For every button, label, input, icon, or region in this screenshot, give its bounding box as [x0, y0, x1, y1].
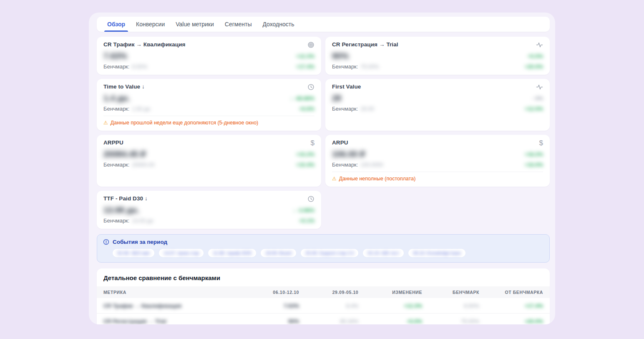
benchmark-value: 25.00: [360, 106, 374, 112]
metric-value: 1.4 дн.: [103, 94, 130, 103]
metric-value-row: 13.98 дн. ↓ -3.98%: [103, 205, 314, 215]
event-chip[interactable]: 09.10: Knowledge base: [408, 249, 465, 257]
tab-label: Конверсии: [136, 21, 165, 28]
metric-type-icon: $: [536, 83, 543, 91]
event-chip[interactable]: 18.09: Board: [261, 249, 296, 257]
table-row: CR Регистрация → Trial 90% 85.34% +5.5% …: [97, 314, 550, 324]
metric-card: ARPU $: [325, 135, 550, 187]
cell-previous: 85.34%: [299, 318, 358, 324]
dollar-icon: $: [539, 139, 543, 147]
event-chips: 02.06: SEO кмп 14.07: пром стар 11.08: т…: [113, 249, 543, 257]
metric-value-row: 7.63% +12.3%: [103, 51, 314, 61]
benchmark-value: 75.00%: [360, 63, 379, 70]
col-change: ИЗМЕНЕНИЕ: [358, 290, 422, 295]
benchmark-label: Бенчмарк:: [332, 63, 358, 70]
tab[interactable]: Обзор: [102, 17, 131, 32]
event-chip[interactable]: 02.06: SEO кмп: [113, 249, 154, 257]
metric-change: - 0%: [532, 95, 543, 101]
events-title: События за период: [113, 239, 167, 245]
metric-value-row: 106.00 ₽ +18.2%: [332, 149, 543, 159]
warning-note: ⚠ Данные неполные (постоплата): [332, 172, 543, 182]
benchmark-row: Бенчмарк: 6.50% +17.4%: [103, 63, 314, 70]
metric-value: 106.00 ₽: [332, 149, 365, 159]
metric-title: First Value: [332, 83, 361, 90]
benchmark-comparison-card: Детальное сравнение с бенчмарками МЕТРИК…: [97, 268, 550, 324]
benchmark-value: 20000.00: [132, 162, 154, 168]
tab[interactable]: Value метрики: [170, 17, 219, 32]
tab[interactable]: Конверсии: [131, 17, 170, 32]
metric-card: First Value $: [325, 79, 550, 131]
metric-type-icon: $: [307, 41, 314, 49]
dollar-icon: $: [311, 139, 314, 147]
tab-label: Обзор: [107, 21, 125, 28]
tab-label: Сегменты: [225, 21, 252, 28]
tab[interactable]: Сегменты: [219, 17, 257, 32]
event-chip[interactable]: 02.10: А/Б тест: [363, 249, 404, 257]
event-chip-label: 02.10: А/Б тест: [367, 250, 399, 256]
event-chip[interactable]: 11.08: тариф 2025: [208, 249, 256, 257]
dashboard-panel: Обзор Конверсии Value метрики Сегменты Д…: [89, 13, 555, 324]
benchmark-row: Бенчмарк: 1.50 дн +6.6%: [103, 106, 314, 112]
page: Обзор Конверсии Value метрики Сегменты Д…: [0, 0, 644, 339]
metric-value: 20084.45 ₽: [103, 149, 146, 159]
benchmark-value: 6.50%: [132, 63, 147, 70]
benchmark-row: Бенчмарк: 25.00 +12.0%: [332, 106, 543, 112]
benchmark-value: 14.00 дн: [132, 218, 153, 224]
event-chip-label: 09.10: Knowledge base: [413, 250, 461, 256]
cell-metric: CR Трафик → Квалификация: [103, 303, 240, 309]
cell-change: +5.5%: [358, 318, 422, 324]
metric-title: CR Трафик → Квалификация: [103, 41, 186, 48]
metric-value: 90%: [332, 51, 349, 61]
metric-value-row: 28 - 0%: [332, 94, 543, 103]
metric-card: TTF - Paid D30 ↓ $: [97, 191, 321, 229]
benchmark-value: 1.50 дн: [132, 106, 150, 112]
metric-card: CR Трафик → Квалификация $: [97, 37, 321, 75]
metric-type-icon: $: [311, 139, 314, 147]
col-previous-period: 29.09-05.10: [299, 290, 358, 295]
metric-card-header: First Value $: [332, 83, 543, 91]
cell-vs-benchmark: +17.4%: [479, 303, 543, 309]
cell-benchmark: 75.00%: [422, 318, 479, 324]
col-vs-benchmark: ОТ БЕНЧМАРКА: [479, 290, 543, 295]
event-chip-label: 02.06: SEO кмп: [117, 250, 150, 256]
metric-title: ARPU: [332, 139, 348, 146]
table-row: CR Трафик → Квалификация 7.63% 8.4% +12.…: [97, 298, 550, 314]
event-chip-label: 25.09: Support стар 2.0: [305, 250, 354, 256]
metric-card-header: ARPU $: [332, 139, 543, 147]
warning-text: Данные неполные (постоплата): [339, 176, 416, 182]
metric-card: ARPPU $: [97, 135, 321, 187]
metric-change: ↓ -48.88%: [290, 95, 314, 101]
metric-change: +5.5%: [528, 53, 543, 59]
benchmark-row: Бенчмарк: 20000.00 +10.4%: [103, 162, 314, 168]
metric-value-row: 90% +5.5%: [332, 51, 543, 61]
metric-type-icon: $: [539, 139, 543, 147]
event-chip[interactable]: 14.07: пром стар: [159, 249, 204, 257]
warning-note: ⚠ Данные прошлой недели еще дополняются …: [103, 116, 314, 126]
benchmark-label: Бенчмарк:: [103, 162, 129, 168]
metric-card: Time to Value ↓ $: [97, 79, 321, 131]
metric-cards-grid: CR Трафик → Квалификация $: [97, 37, 550, 229]
benchmark-row: Бенчмарк: 14.00 дн +0.1%: [103, 218, 314, 224]
benchmark-change: +20.0%: [525, 63, 543, 70]
metric-title: ARPPU: [103, 139, 123, 146]
metric-title: CR Регистрация → Trial: [332, 41, 398, 48]
cell-benchmark: 6.50%: [422, 303, 479, 309]
event-chip-label: 14.07: пром стар: [164, 250, 199, 256]
benchmark-label: Бенчмарк:: [103, 218, 129, 224]
comparison-title: Детальное сравнение с бенчмарками: [97, 274, 550, 286]
cell-current: 90%: [240, 318, 299, 324]
col-benchmark: БЕНЧМАРК: [422, 290, 479, 295]
table-header-row: МЕТРИКА 06.10-12.10 29.09-05.10 ИЗМЕНЕНИ…: [97, 286, 550, 298]
metric-change: +12.3%: [296, 53, 314, 59]
event-chip[interactable]: 25.09: Support стар 2.0: [301, 249, 358, 257]
col-metric: МЕТРИКА: [103, 290, 240, 295]
cell-vs-benchmark: +20.0%: [479, 318, 543, 324]
metric-card-header: Time to Value ↓ $: [103, 83, 314, 91]
metric-change: +18.2%: [525, 151, 543, 157]
metric-card-header: TTF - Paid D30 ↓ $: [103, 195, 314, 203]
metric-title: TTF - Paid D30 ↓: [103, 195, 148, 202]
benchmark-change: +16.0%: [525, 162, 543, 168]
benchmark-change: +0.1%: [299, 218, 314, 224]
tab[interactable]: Доходность: [257, 17, 299, 32]
event-chip-label: 11.08: тариф 2025: [213, 250, 252, 256]
